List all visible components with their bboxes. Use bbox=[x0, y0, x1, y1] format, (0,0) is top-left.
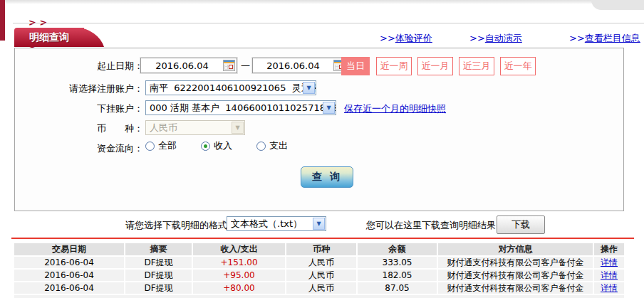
radio-label: 支出 bbox=[269, 139, 288, 152]
table-row-partial bbox=[14, 295, 624, 298]
radio-option-expense[interactable]: 支出 bbox=[256, 139, 288, 152]
column-header-action: 操作 bbox=[594, 243, 624, 255]
sub-account-label: 下挂账户： bbox=[15, 102, 143, 115]
calendar-icon[interactable] bbox=[223, 60, 235, 71]
download-format-select[interactable]: 文本格式（.txt） ▼ bbox=[227, 216, 326, 231]
quick-range-today-button[interactable]: 当日 bbox=[341, 57, 370, 75]
cell-amount: +151.00 bbox=[193, 257, 286, 268]
tab-label: 明细查询 bbox=[29, 31, 69, 44]
radio-option-income[interactable]: 收入 bbox=[201, 139, 232, 152]
chevron-down-icon[interactable]: ▼ bbox=[303, 82, 315, 94]
cell-counterparty: 财付通支付科技有限公司客户备付金 bbox=[438, 257, 594, 268]
cell-summary: DF提现 bbox=[125, 282, 193, 294]
download-button[interactable]: 下载 bbox=[497, 215, 545, 234]
radio-option-all[interactable]: 全部 bbox=[145, 139, 177, 152]
tab-detail-query[interactable]: 明细查询 bbox=[14, 28, 84, 47]
radio-label: 全部 bbox=[158, 139, 177, 152]
cell-date: 2016-06-04 bbox=[14, 270, 125, 281]
table-row: 2016-06-04 DF提现 +80.00 人民币 87.05 财付通支付科技… bbox=[14, 282, 624, 294]
radio-label: 收入 bbox=[214, 139, 232, 152]
cell-amount: +95.00 bbox=[193, 270, 286, 281]
date-from-input[interactable]: 2016.06.04 bbox=[140, 58, 237, 73]
chevron-down-icon[interactable]: ▼ bbox=[323, 102, 335, 114]
cell-date: 2016-06-04 bbox=[14, 257, 125, 268]
column-header-amount: 收入/支出 bbox=[193, 243, 286, 255]
link-prefix: >> bbox=[469, 33, 485, 43]
fund-flow-label: 资金流向： bbox=[15, 142, 143, 155]
link-label: 自动演示 bbox=[485, 33, 522, 43]
currency-value: 人民币 bbox=[150, 122, 177, 134]
currency-label: 币 种： bbox=[15, 122, 143, 135]
cell-balance: 87.05 bbox=[358, 282, 438, 294]
link-prefix: >> bbox=[380, 33, 395, 43]
date-range-dash: — bbox=[241, 60, 250, 70]
sub-account-value: 000 活期 基本户 1406600101102571848 bbox=[150, 102, 336, 115]
column-header-currency: 币种 bbox=[286, 243, 358, 255]
link-prefix: >> bbox=[569, 33, 585, 43]
column-header-date: 交易日期 bbox=[14, 243, 125, 255]
radio-checked-icon bbox=[201, 142, 210, 151]
radio-icon bbox=[145, 142, 155, 151]
link-label: 查看栏目信息 bbox=[585, 33, 640, 43]
cell-summary: DF提现 bbox=[125, 257, 193, 268]
red-divider bbox=[11, 238, 634, 239]
quick-range-year-button[interactable]: 近一年 bbox=[500, 57, 536, 75]
registered-account-value: 南平 6222001406100921065 灵通卡 bbox=[150, 82, 316, 95]
column-header-counterparty: 对方信息 bbox=[438, 243, 594, 255]
cell-balance: 182.05 bbox=[358, 270, 438, 281]
registered-account-select[interactable]: 南平 6222001406100921065 灵通卡 ▼ bbox=[145, 80, 316, 95]
cell-currency: 人民币 bbox=[286, 257, 358, 268]
cell-counterparty: 财付通支付科技有限公司客户备付金 bbox=[438, 282, 594, 294]
table-header-row: 交易日期 摘要 收入/支出 币种 余额 对方信息 操作 bbox=[14, 243, 624, 255]
fund-flow-radio-group: 全部 收入 支出 bbox=[145, 139, 312, 152]
quick-range-week-button[interactable]: 近一周 bbox=[376, 57, 412, 75]
top-right-corner bbox=[591, 0, 644, 10]
quick-range-3months-button[interactable]: 近三月 bbox=[459, 57, 494, 75]
download-format-label: 请您选择下载明细的格式 bbox=[125, 219, 227, 232]
detail-link[interactable]: 详情 bbox=[601, 282, 618, 294]
detail-link[interactable]: 详情 bbox=[601, 257, 618, 268]
quick-range-month-button[interactable]: 近一月 bbox=[417, 57, 453, 75]
chevron-down-icon[interactable]: ▼ bbox=[313, 218, 325, 230]
date-to-value: 2016.06.04 bbox=[253, 60, 333, 71]
sub-account-select[interactable]: 000 活期 基本户 1406600101102571848 ▼ bbox=[145, 100, 336, 115]
download-format-value: 文本格式（.txt） bbox=[231, 218, 302, 230]
save-snapshot-link[interactable]: 保存近一个月的明细快照 bbox=[344, 102, 446, 115]
breadcrumb-divider bbox=[13, 23, 644, 23]
cell-balance: 333.05 bbox=[358, 257, 438, 268]
detail-link[interactable]: 详情 bbox=[601, 270, 618, 281]
query-button[interactable]: 查 询 bbox=[301, 166, 353, 188]
date-from-value: 2016.06.04 bbox=[141, 60, 223, 71]
detail-query-page: > > 我的账户 > 账务查询 > 明细查询 明细查询 >>体验评价 >>自动演… bbox=[0, 0, 644, 298]
chevron-down-icon: ▼ bbox=[232, 122, 244, 134]
cell-counterparty: 财付通支付科技有限公司客户备付金 bbox=[438, 270, 594, 281]
view-column-info-link[interactable]: >>查看栏目信息 bbox=[569, 32, 640, 45]
auto-demo-link[interactable]: >>自动演示 bbox=[469, 32, 522, 45]
cell-date: 2016-06-04 bbox=[14, 282, 125, 294]
download-hint-label: 您可以在这里下载查询明细结果 bbox=[366, 219, 496, 232]
column-header-summary: 摘要 bbox=[125, 243, 193, 255]
top-band bbox=[0, 0, 644, 4]
cell-amount: +80.00 bbox=[193, 282, 286, 294]
currency-select-disabled: 人民币 ▼ bbox=[145, 120, 245, 135]
experience-rating-link[interactable]: >>体验评价 bbox=[380, 32, 432, 45]
date-range-label: 起止日期： bbox=[15, 60, 143, 73]
radio-icon bbox=[256, 142, 266, 151]
cell-summary: DF提现 bbox=[125, 270, 193, 281]
date-to-input[interactable]: 2016.06.04 bbox=[252, 58, 348, 73]
table-row: 2016-06-04 DF提现 +151.00 人民币 333.05 财付通支付… bbox=[14, 257, 624, 268]
link-label: 体验评价 bbox=[395, 33, 432, 43]
left-red-strip bbox=[0, 0, 5, 41]
cell-currency: 人民币 bbox=[286, 282, 358, 294]
cell-currency: 人民币 bbox=[286, 270, 358, 281]
registered-account-label: 请选择注册账户： bbox=[15, 83, 143, 95]
column-header-balance: 余额 bbox=[358, 243, 438, 255]
query-form-panel: 起止日期： 2016.06.04 — 2016.06.04 当日 近一周 近一月… bbox=[14, 48, 624, 211]
table-row: 2016-06-04 DF提现 +95.00 人民币 182.05 财付通支付科… bbox=[14, 270, 624, 281]
